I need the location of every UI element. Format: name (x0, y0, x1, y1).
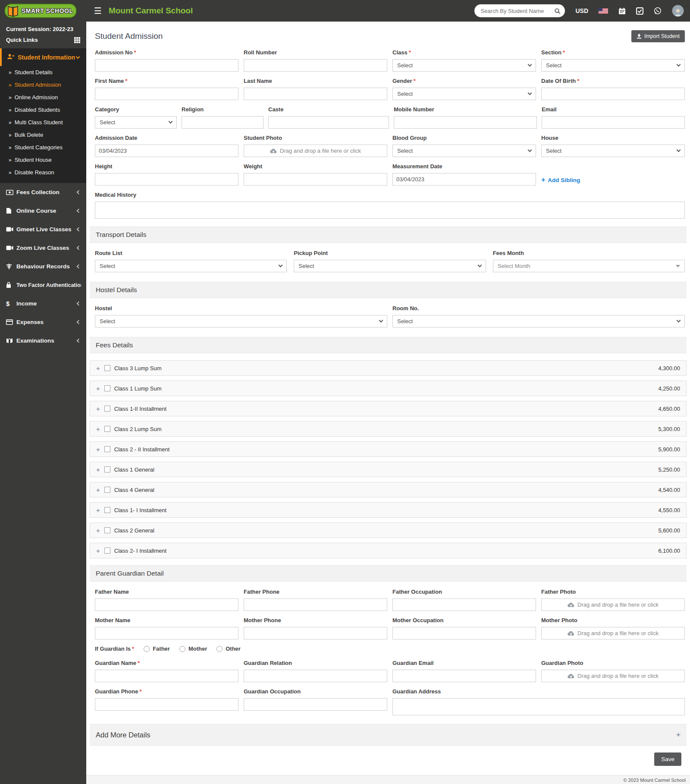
expand-plus-icon[interactable]: + (96, 547, 100, 554)
add-sibling-link[interactable]: +Add Sibling (541, 176, 685, 184)
expand-plus-icon[interactable]: + (96, 365, 100, 372)
sidebar-group-zoom-live-classes[interactable]: Zoom Live Classes (0, 239, 86, 257)
guardian-occupation-input[interactable] (244, 698, 387, 711)
fee-checkbox[interactable] (104, 426, 110, 432)
sidebar-item-student-details[interactable]: »Student Details (0, 66, 86, 79)
sidebar-item-student-admission[interactable]: »Student Admission (0, 79, 86, 91)
fee-checkbox[interactable] (104, 446, 110, 452)
sidebar-item-disable-reason[interactable]: »Disable Reason (0, 166, 86, 179)
calendar-icon[interactable] (618, 7, 626, 15)
section-select[interactable]: Select (541, 59, 685, 72)
guardian-radio-mother[interactable]: Mother (179, 645, 207, 652)
room-no-select[interactable]: Select (392, 315, 685, 327)
father-phone-input[interactable] (244, 598, 387, 611)
admission-no-input[interactable] (95, 59, 238, 72)
expand-plus-icon[interactable]: + (96, 527, 100, 534)
mother-photo-dropzone[interactable]: Drag and drop a file here or click (541, 627, 685, 639)
fee-checkbox[interactable] (104, 507, 110, 513)
chevron-down-icon (477, 263, 482, 268)
sidebar-group-income[interactable]: $ Income (0, 294, 86, 313)
guardian-address-input[interactable] (392, 698, 685, 715)
expand-plus-icon[interactable]: + (96, 486, 100, 494)
import-student-button[interactable]: Import Student (631, 30, 685, 42)
mobile-number-input[interactable] (394, 116, 537, 129)
fee-checkbox[interactable] (104, 365, 110, 371)
sidebar-item-online-admission[interactable]: »Online Admission (0, 91, 86, 104)
guardian-name-input[interactable] (95, 670, 238, 682)
mother-phone-input[interactable] (244, 627, 387, 639)
expand-plus-icon[interactable]: + (96, 425, 100, 433)
weight-input[interactable] (244, 173, 387, 186)
hostel-select[interactable]: Select (95, 315, 387, 327)
expand-plus-icon[interactable]: + (96, 405, 100, 412)
sidebar-group-student-information[interactable]: Student Information (0, 48, 86, 66)
quick-links[interactable]: Quick Links (0, 33, 86, 47)
father-photo-dropzone[interactable]: Drag and drop a file here or click (541, 598, 685, 611)
sidebar-group-behaviour-records[interactable]: Behaviour Records (0, 257, 86, 276)
fee-checkbox[interactable] (104, 385, 110, 391)
mother-name-input[interactable] (95, 627, 238, 639)
religion-input[interactable] (182, 116, 263, 129)
fee-checkbox[interactable] (104, 527, 110, 533)
search-icon[interactable] (554, 8, 561, 14)
father-occupation-input[interactable] (392, 598, 536, 611)
fee-checkbox[interactable] (104, 487, 110, 493)
currency-selector[interactable]: USD (575, 7, 588, 14)
mother-occupation-input[interactable] (392, 627, 536, 639)
route-list-select[interactable]: Select (95, 260, 287, 272)
dob-input[interactable] (541, 88, 685, 100)
smart-school-logo[interactable]: SMART SCHOOL (4, 3, 77, 18)
expand-plus-icon[interactable]: + (96, 385, 100, 392)
fees-month-multiselect[interactable]: Select Month (493, 260, 685, 272)
class-select[interactable]: Select (392, 59, 536, 72)
fee-checkbox[interactable] (104, 548, 110, 554)
sidebar-group-expenses[interactable]: Expenses (0, 313, 86, 331)
blood-group-select[interactable]: Select (392, 145, 536, 157)
sidebar-group-online-course[interactable]: Online Course (0, 202, 86, 220)
height-input[interactable] (95, 173, 238, 186)
sidebar-group-gmeet-live-classes[interactable]: Gmeet Live Classes (0, 220, 86, 239)
student-photo-dropzone[interactable]: Drag and drop a file here or click (244, 145, 387, 157)
save-button[interactable]: Save (654, 753, 681, 766)
language-flag-icon[interactable] (599, 8, 608, 14)
plus-icon[interactable]: + (676, 730, 681, 739)
measurement-date-input[interactable] (392, 173, 536, 186)
sidebar-item-multi-class-student[interactable]: »Multi Class Student (0, 116, 86, 129)
house-select[interactable]: Select (541, 145, 685, 157)
caste-input[interactable] (268, 116, 389, 129)
whatsapp-icon[interactable] (654, 7, 662, 15)
sidebar-group-fees-collection[interactable]: Fees Collection (0, 183, 86, 202)
guardian-photo-dropzone[interactable]: Drag and drop a file here or click (541, 670, 685, 682)
task-check-icon[interactable] (636, 7, 643, 15)
expand-plus-icon[interactable]: + (96, 446, 100, 453)
sidebar-item-disabled-students[interactable]: »Disabled Students (0, 104, 86, 116)
sidebar-group-examinations[interactable]: Examinations (0, 331, 86, 350)
gender-select[interactable]: Select (392, 88, 536, 100)
father-name-input[interactable] (95, 598, 238, 611)
roll-number-input[interactable] (244, 59, 387, 72)
sidebar-toggle-icon[interactable]: ☰ (94, 6, 102, 15)
first-name-input[interactable] (95, 88, 238, 100)
guardian-relation-input[interactable] (244, 670, 387, 682)
sidebar-item-student-house[interactable]: »Student House (0, 154, 86, 166)
sidebar-item-student-categories[interactable]: »Student Categories (0, 141, 86, 154)
sidebar-group-two-factor-authentication[interactable]: Two Factor Authentication (0, 276, 86, 294)
email-input[interactable] (542, 116, 685, 129)
fee-checkbox[interactable] (104, 406, 110, 412)
pickup-point-select[interactable]: Select (294, 260, 486, 272)
last-name-input[interactable] (244, 88, 387, 100)
category-select[interactable]: Select (95, 116, 177, 129)
expand-plus-icon[interactable]: + (96, 466, 100, 473)
user-avatar[interactable] (672, 5, 684, 17)
guardian-phone-input[interactable] (95, 698, 238, 711)
add-more-details-header[interactable]: Add More Details + (90, 724, 687, 746)
search-input[interactable] (480, 8, 554, 14)
guardian-radio-other[interactable]: Other (216, 645, 241, 652)
admission-date-input[interactable] (95, 145, 238, 157)
medical-history-input[interactable] (95, 202, 685, 219)
guardian-email-input[interactable] (392, 670, 536, 682)
expand-plus-icon[interactable]: + (96, 507, 100, 514)
fee-checkbox[interactable] (104, 466, 110, 472)
guardian-radio-father[interactable]: Father (144, 645, 170, 652)
sidebar-item-bulk-delete[interactable]: »Bulk Delete (0, 129, 86, 141)
